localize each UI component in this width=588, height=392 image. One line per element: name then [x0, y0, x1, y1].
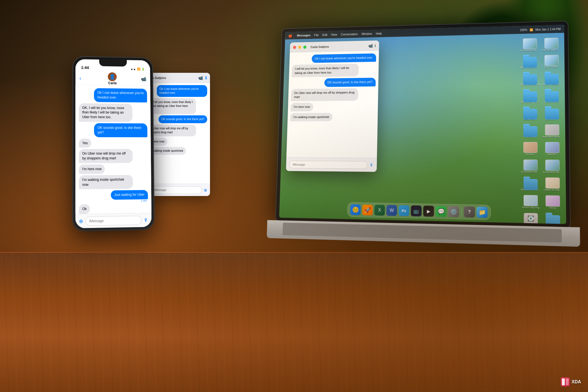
menubar-datetime: Mon Jan 1 1:44 PM	[535, 27, 561, 31]
dock-finder[interactable]: 😊	[350, 204, 361, 215]
messages-mac-input-field[interactable]	[289, 160, 368, 169]
dock-help[interactable]: ?	[464, 206, 475, 218]
desktop-icon-label: 2120 - From...	[544, 66, 559, 68]
ipad-message-input[interactable]	[151, 186, 202, 194]
mac-message-sent-1: Ok I can leave whenever you're headed ov…	[312, 53, 376, 63]
back-button[interactable]: ‹	[80, 75, 81, 81]
desktop-icon-screenshot3[interactable]: 2120 - From...	[541, 53, 562, 70]
iphone-mic-icon[interactable]: 🎙	[144, 218, 148, 223]
dock-launchpad[interactable]: 🚀	[362, 204, 373, 215]
menubar-window[interactable]: Window	[361, 32, 372, 35]
desktop-icon-screenshot11[interactable]: theory	[542, 193, 563, 211]
iphone-header-icons: 📹	[141, 76, 146, 82]
signal-icon: ▲▲	[130, 67, 136, 71]
close-button[interactable]	[293, 46, 296, 49]
mac-message-received-2: On Uber now will drop me off by shoppers…	[291, 88, 358, 101]
video-call-icon[interactable]: 📹	[368, 43, 373, 48]
iphone-msg-sent-2: OK sounds good. is she there yet?	[94, 123, 148, 137]
dock-messages[interactable]: 💬	[435, 206, 446, 217]
desktop-icon-screenshot7[interactable]: Screenshot 2026-0...	[520, 158, 541, 174]
iphone-msg-sent-1: Ok I can leave whenever you're headed ov…	[94, 88, 147, 102]
macos-dock: 😊 🚀 X W Ps 📺 ▶ 💬 ⚙️ ? 📁	[347, 202, 491, 220]
ipad-attach-icon[interactable]: ⊕	[204, 188, 207, 192]
dock-itv[interactable]: 📺	[411, 206, 422, 217]
desktop-icon-folder10[interactable]: HR CES 2025	[542, 211, 564, 224]
desktop-icons-area: Screenshot 2026-0... Patricks water safe…	[519, 35, 565, 224]
dock-appletv[interactable]: ▶	[423, 206, 434, 217]
menubar-left: 🍎 Messages File Edit View Conversation W…	[288, 31, 382, 38]
menubar-help[interactable]: Help	[376, 32, 382, 35]
ipad-titlebar-icons: 📹 ℹ	[198, 76, 207, 80]
dock-photoshop[interactable]: Ps	[398, 205, 409, 216]
dock-settings[interactable]: ⚙️	[448, 206, 459, 217]
desktop-icon-label: Relocated Items...	[543, 135, 562, 138]
xda-logo-icon	[561, 377, 570, 386]
battery-icon: 🔋	[141, 68, 145, 71]
mac-message-received-4: I'm walking inside sportchek	[290, 113, 332, 122]
contact-avatar[interactable]: 👤	[108, 72, 117, 81]
desktop-icon-folder3[interactable]: SATHE SAMPS...	[542, 70, 562, 87]
desktop-icon-screenshot5[interactable]: recruta...	[520, 140, 541, 157]
desktop-icon-label: carbo34...	[547, 153, 558, 156]
iphone-status-right: ▲▲ 📶 🔋	[130, 67, 145, 71]
desktop-icon-screenshot2[interactable]: Patricks water safety...	[541, 36, 562, 52]
iphone-msg-received-4: I'm here now	[79, 164, 105, 174]
desktop-icon-folder4[interactable]: Irdleass/aspgate...	[520, 88, 540, 104]
desktop-icon-label: Screenshot 2026-0...	[521, 49, 540, 52]
mic-icon[interactable]: 🎙	[370, 163, 374, 167]
desktop-icon-screenshot4[interactable]: Relocated Items...	[542, 123, 563, 139]
apple-menu-icon[interactable]: 🍎	[288, 34, 292, 38]
iphone: 1:44 ▲▲ 📶 🔋 ‹ 👤 Carla	[73, 56, 154, 231]
app-name[interactable]: Messages	[297, 34, 311, 37]
iphone-contact-info: 👤 Carla	[83, 72, 141, 85]
wifi-icon: 📶	[137, 67, 140, 71]
dock-divider	[461, 207, 461, 217]
ipad-video-icon[interactable]: 📹	[198, 76, 203, 80]
iphone-msg-received-2: Yes	[79, 138, 91, 148]
contact-name: Carla	[108, 81, 116, 85]
desktop-icon-folder9[interactable]: Relocated Items 2...	[520, 175, 541, 192]
desktop-icon-harddrive[interactable]: 💽 Macintosh HD	[521, 211, 542, 224]
menubar-edit[interactable]: Edit	[322, 33, 327, 36]
iphone-message-input[interactable]	[85, 216, 141, 226]
desktop-icon-folder6[interactable]: RANDOME...	[520, 105, 540, 122]
wood-grain	[0, 252, 588, 392]
minimize-button[interactable]	[298, 46, 301, 49]
dock-finder2[interactable]: 📁	[476, 207, 487, 218]
iphone-msg-sent-3: Just waiting for Uber	[111, 190, 148, 200]
iphone-apps-icon[interactable]: ⊕	[79, 218, 83, 224]
desktop-icon-screenshot8[interactable]: Screenshot 2026-0...	[542, 158, 563, 175]
desktop-icon-folder5[interactable]: LG CES 2026	[542, 88, 562, 104]
maximize-button[interactable]	[303, 45, 306, 49]
desktop-icon-screenshot6[interactable]: carbo34...	[542, 140, 563, 157]
macbook: 🍎 Messages File Edit View Conversation W…	[275, 21, 571, 247]
desktop-icon-label: Outline for War...	[544, 188, 562, 191]
menubar-right: 100% 📶 Mon Jan 1 1:44 PM	[520, 27, 561, 32]
desktop-icon-screenshot10[interactable]: Amore vray.msg	[520, 193, 541, 210]
info-icon[interactable]: ℹ	[374, 43, 376, 48]
iphone-notch	[99, 60, 127, 67]
desktop-icon-folder7[interactable]: GOOGLE I...	[542, 105, 562, 122]
iphone-messages-body: Ok I can leave whenever you're headed ov…	[75, 85, 151, 214]
desktop-icon-folder2[interactable]: CES 2026 MEDIA	[520, 71, 540, 87]
menubar-view[interactable]: View	[331, 33, 337, 36]
desktop-icon-screenshot1[interactable]: Screenshot 2026-0...	[520, 36, 540, 53]
desktop-icon-folder8[interactable]: ZOOM/CEL...	[520, 123, 541, 139]
desktop-icon-folder1[interactable]: APPLE WWDC 2022	[520, 53, 540, 70]
dock-word[interactable]: W	[386, 205, 397, 216]
mac-contact-name: Carla Gatjens	[311, 45, 329, 48]
mac-window-icons: 📹 ℹ	[368, 43, 376, 48]
mac-message-received-1: I will let you know, more than likely I …	[291, 64, 359, 77]
macbook-screen: 🍎 Messages File Edit View Conversation W…	[279, 25, 566, 224]
iphone-video-icon[interactable]: 📹	[141, 76, 146, 82]
menubar-conversation[interactable]: Conversation	[341, 32, 358, 36]
ipad-info-icon[interactable]: ℹ	[205, 76, 207, 80]
svg-rect-0	[562, 379, 565, 385]
iphone-screen: 1:44 ▲▲ 📶 🔋 ‹ 👤 Carla	[75, 59, 151, 228]
desktop-icon-screenshot9[interactable]: Outline for War...	[542, 176, 563, 193]
mac-message-sent-2: OK sounds good. Is she there yet?	[324, 78, 376, 87]
iphone-msg-received-5: I'm walking inside sportchek now	[79, 175, 133, 190]
menubar-file[interactable]: File	[314, 33, 319, 37]
dock-excel[interactable]: X	[374, 205, 385, 216]
iphone-msg-received-6: Ok	[79, 204, 90, 214]
